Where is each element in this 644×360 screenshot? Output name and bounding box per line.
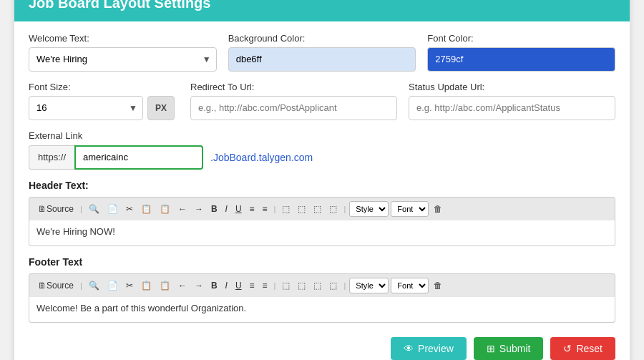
paste-button[interactable]: 📋 [157, 203, 173, 215]
font-select-footer[interactable]: Font [391, 278, 429, 293]
source-icon: 🗎 [38, 204, 47, 214]
footer-align-right-button[interactable]: ⬚ [311, 279, 324, 292]
font-size-select-wrap: 16 ▼ [29, 96, 143, 120]
font-size-label: Font Size: [29, 82, 179, 92]
row-1: Welcome Text: We're Hiring ▼ Background … [29, 33, 615, 72]
footer-doc-button[interactable]: 📄 [104, 279, 121, 292]
search-button[interactable]: 🔍 [86, 203, 102, 215]
footer-search-icon: 🔍 [89, 281, 99, 291]
footer-redo-button[interactable]: → [192, 279, 206, 292]
submit-button[interactable]: ⊞ Submit [474, 337, 544, 360]
source-button[interactable]: 🗎 Source [35, 203, 77, 215]
paste-icon: 📋 [160, 204, 170, 214]
status-update-url-label: Status Update Url: [409, 82, 615, 92]
bold-button[interactable]: B [208, 203, 220, 215]
external-link-label: External Link [29, 130, 615, 141]
footer-copy-icon: 📋 [141, 281, 152, 291]
font-color-group: Font Color: [427, 33, 615, 72]
footer-doc-icon: 📄 [107, 281, 118, 291]
redo-icon: → [195, 204, 203, 214]
footer-bold-button[interactable]: B [208, 279, 220, 292]
font-size-row: 16 ▼ PX [29, 96, 179, 120]
footer-align-left-button[interactable]: ⬚ [279, 279, 293, 292]
trash-icon: 🗑 [434, 204, 442, 214]
delete-button-header[interactable]: 🗑 [431, 203, 445, 215]
footer-underline-button[interactable]: U [233, 279, 245, 292]
preview-button[interactable]: 👁 Preview [391, 337, 467, 360]
domain-input[interactable] [74, 145, 203, 170]
background-color-label: Background Color: [228, 33, 416, 44]
header-text-content: We're Hiring NOW! [36, 226, 115, 237]
doc-button[interactable]: 📄 [104, 203, 121, 215]
font-color-input[interactable] [427, 47, 615, 72]
talygen-link[interactable]: .JobBoard.talygen.com [210, 152, 313, 163]
header-toolbar: 🗎 Source | 🔍 📄 ✂ 📋 📋 ← → B I U ≡ ≡ | ⬚ ⬚… [29, 197, 615, 220]
font-size-group: Font Size: 16 ▼ PX [29, 82, 179, 120]
background-color-input[interactable] [228, 47, 416, 72]
footer-paste-button[interactable]: 📋 [157, 279, 173, 292]
footer-align-center-button[interactable]: ⬚ [295, 279, 308, 292]
row-2: Font Size: 16 ▼ PX Redirect To Url: Stat… [29, 82, 615, 120]
italic-button[interactable]: I [223, 203, 230, 215]
search-icon: 🔍 [89, 204, 99, 214]
footer-redo-icon: → [195, 281, 203, 291]
footer-undo-icon: ← [178, 281, 187, 291]
delete-button-footer[interactable]: 🗑 [431, 279, 445, 292]
font-color-label: Font Color: [427, 33, 615, 44]
footer-cut-icon: ✂ [126, 281, 133, 291]
align-left-button[interactable]: ⬚ [279, 203, 293, 215]
align-center-button[interactable]: ⬚ [295, 203, 308, 215]
align-justify-button[interactable]: ⬚ [326, 203, 340, 215]
background-color-group: Background Color: [228, 33, 416, 72]
header-text-title: Header Text: [29, 180, 615, 191]
ol-button[interactable]: ≡ [247, 203, 258, 215]
status-update-url-input[interactable] [409, 96, 615, 120]
settings-card: Job Board Layout Settings Welcome Text: … [14, 0, 630, 360]
footer-italic-button[interactable]: I [223, 279, 230, 292]
footer-editor[interactable]: Welcome! Be a part of this wonderful Org… [29, 297, 615, 323]
redo-button[interactable]: → [192, 203, 206, 215]
align-right-button[interactable]: ⬚ [311, 203, 324, 215]
copy-icon: 📋 [141, 204, 152, 214]
welcome-text-group: Welcome Text: We're Hiring ▼ [29, 33, 217, 72]
undo-button[interactable]: ← [175, 203, 190, 215]
underline-button[interactable]: U [233, 203, 245, 215]
refresh-icon: ↺ [563, 343, 572, 354]
doc-icon: 📄 [107, 204, 118, 214]
footer-search-button[interactable]: 🔍 [86, 279, 102, 292]
footer-align-justify-button[interactable]: ⬚ [326, 279, 340, 292]
footer-style-select[interactable]: Style [349, 278, 389, 293]
copy-button[interactable]: 📋 [138, 203, 155, 215]
welcome-text-label: Welcome Text: [29, 33, 217, 44]
footer-copy-button[interactable]: 📋 [138, 279, 155, 292]
divider-2: | [274, 205, 276, 213]
redirect-url-input[interactable] [190, 96, 397, 120]
footer-divider-1: | [80, 281, 82, 290]
font-select-header[interactable]: Font [391, 201, 429, 217]
style-select[interactable]: Style [349, 201, 389, 217]
footer-undo-button[interactable]: ← [175, 279, 190, 292]
footer-source-button[interactable]: 🗎 Source [35, 279, 77, 292]
footer-source-icon: 🗎 [38, 281, 47, 291]
footer-ul-button[interactable]: ≡ [260, 279, 270, 292]
footer-buttons: 👁 Preview ⊞ Submit ↺ Reset [29, 333, 615, 361]
undo-icon: ← [178, 204, 187, 214]
cut-button[interactable]: ✂ [123, 203, 136, 215]
footer-cut-button[interactable]: ✂ [123, 279, 136, 292]
font-size-select[interactable]: 16 [29, 96, 143, 120]
page-title: Job Board Layout Settings [29, 0, 615, 11]
cut-icon: ✂ [126, 204, 133, 214]
external-link-section: External Link https:// .JobBoard.talygen… [29, 130, 615, 170]
footer-toolbar: 🗎 Source | 🔍 📄 ✂ 📋 📋 ← → B I U ≡ ≡ | ⬚ ⬚… [29, 273, 615, 297]
divider-1: | [80, 205, 82, 213]
card-header: Job Board Layout Settings [14, 0, 630, 21]
divider-3: | [343, 205, 346, 213]
ul-button[interactable]: ≡ [260, 203, 270, 215]
redirect-url-label: Redirect To Url: [190, 82, 397, 92]
footer-ol-button[interactable]: ≡ [247, 279, 258, 292]
header-editor[interactable]: We're Hiring NOW! [29, 220, 615, 246]
footer-text-content: Welcome! Be a part of this wonderful Org… [36, 303, 246, 313]
welcome-text-select-wrapper: We're Hiring ▼ [29, 47, 217, 72]
welcome-text-select[interactable]: We're Hiring [29, 47, 217, 72]
reset-button[interactable]: ↺ Reset [550, 337, 615, 360]
